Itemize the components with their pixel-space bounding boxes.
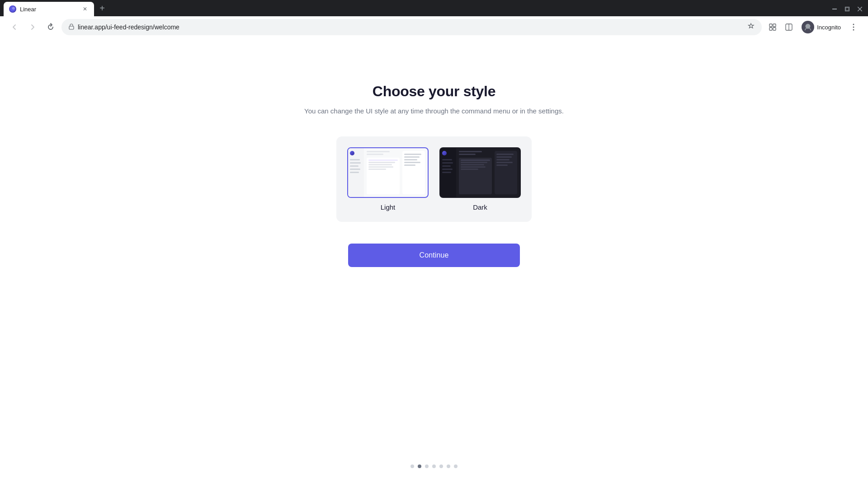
dark-panel-preview — [495, 151, 517, 194]
split-view-button[interactable] — [782, 20, 796, 34]
page-subtitle: You can change the UI style at any time … — [304, 107, 564, 115]
style-option-dark[interactable]: Dark — [439, 147, 521, 211]
forward-button — [25, 20, 40, 34]
svg-rect-7 — [69, 26, 74, 29]
dark-main-preview — [456, 148, 495, 197]
pagination-dot-2 — [418, 465, 421, 468]
style-option-light[interactable]: Light — [347, 147, 429, 211]
tab-close-button[interactable]: ✕ — [81, 5, 89, 13]
pagination-dot-7 — [454, 465, 458, 468]
window-close-button[interactable] — [855, 5, 864, 14]
pagination-dot-4 — [432, 465, 436, 468]
svg-rect-2 — [832, 9, 837, 9]
incognito-label: Incognito — [817, 24, 841, 31]
lock-icon — [69, 23, 74, 31]
pagination-dot-3 — [425, 465, 429, 468]
back-button — [7, 20, 22, 34]
light-preview — [347, 147, 429, 198]
window-controls — [830, 5, 864, 14]
light-main-preview — [364, 148, 402, 197]
pagination-dot-5 — [439, 465, 443, 468]
new-tab-button[interactable]: + — [96, 2, 108, 14]
pagination-dots — [410, 465, 458, 468]
svg-point-1 — [12, 7, 15, 9]
svg-rect-4 — [846, 8, 849, 10]
svg-rect-10 — [769, 28, 772, 30]
navigation-bar: linear.app/ui-feed-redesign/welcome Inc — [0, 16, 868, 38]
menu-button[interactable] — [846, 20, 861, 34]
refresh-button[interactable] — [43, 20, 58, 34]
page-title: Choose your style — [373, 83, 495, 100]
svg-rect-8 — [769, 24, 772, 27]
window-maximize-button[interactable] — [843, 5, 852, 14]
nav-right-actions: Incognito — [765, 19, 861, 35]
svg-point-16 — [853, 29, 854, 31]
address-bar[interactable]: linear.app/ui-feed-redesign/welcome — [61, 19, 762, 35]
bookmark-icon[interactable] — [747, 23, 755, 32]
extensions-button[interactable] — [765, 20, 780, 34]
svg-rect-11 — [773, 28, 776, 30]
url-text: linear.app/ui-feed-redesign/welcome — [78, 23, 744, 31]
svg-point-14 — [853, 24, 854, 25]
light-label: Light — [381, 203, 396, 211]
window-minimize-button[interactable] — [830, 5, 839, 14]
browser-tab-active[interactable]: Linear ✕ — [4, 2, 94, 16]
dark-label: Dark — [473, 203, 487, 211]
svg-rect-9 — [773, 24, 776, 27]
light-sidebar-preview — [348, 148, 364, 197]
browser-chrome: Linear ✕ + — [0, 0, 868, 38]
incognito-avatar — [802, 21, 814, 33]
incognito-profile-button[interactable]: Incognito — [798, 19, 844, 35]
light-panel-preview — [402, 151, 425, 194]
dark-preview — [439, 147, 521, 198]
page-content: Choose your style You can change the UI … — [0, 38, 868, 486]
svg-point-15 — [853, 27, 854, 28]
continue-button[interactable]: Continue — [348, 244, 520, 267]
tab-favicon — [9, 5, 16, 13]
pagination-dot-6 — [447, 465, 450, 468]
style-options-container: Light — [336, 136, 532, 222]
pagination-dot-1 — [410, 465, 414, 468]
dark-sidebar-preview — [440, 148, 456, 197]
